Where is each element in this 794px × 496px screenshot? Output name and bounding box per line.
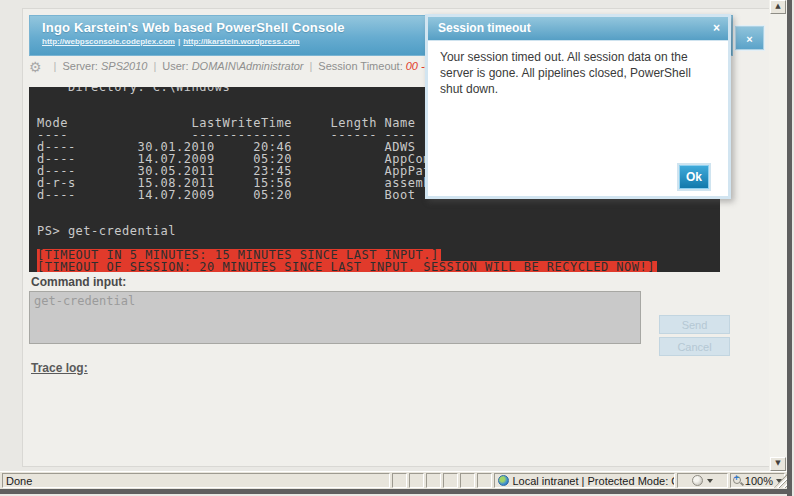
window-frame-bottom	[0, 489, 787, 494]
server-label: Server:	[62, 60, 97, 72]
session-timeout-label: Session Timeout:	[318, 60, 402, 72]
send-button[interactable]: Send	[659, 315, 730, 334]
status-done-text: Done	[6, 475, 32, 487]
vertical-scrollbar[interactable]: ▲ ▼	[769, 0, 787, 471]
statusbar-empty-pane	[460, 473, 475, 488]
status-zone-text: Local intranet | Protected Mode: Off	[513, 475, 675, 487]
window-frame-right	[787, 0, 792, 496]
ok-button[interactable]: Ok	[679, 165, 709, 189]
server-value: SPS2010	[101, 60, 147, 72]
wordpress-link[interactable]: http://ikarstein.wordpress.com	[183, 37, 299, 46]
statusbar-empty-panes	[392, 473, 492, 488]
dialog-message: Your session timed out. All session data…	[428, 41, 728, 97]
gear-icon[interactable]: ⚙	[29, 59, 42, 75]
security-report-icon	[692, 475, 703, 486]
console-line: PS> get-credential	[37, 225, 720, 237]
scroll-down-icon[interactable]: ▼	[770, 457, 786, 471]
link-separator: |	[178, 37, 180, 46]
statusbar-empty-pane	[392, 473, 407, 488]
trace-log-link[interactable]: Trace log:	[31, 361, 88, 375]
statusbar-empty-pane	[426, 473, 441, 488]
codeplex-link[interactable]: http://webpsconsole.codeplex.com	[42, 37, 175, 46]
console-alert-line: [TIMEOUT OF SESSION: 20 MINUTES SINCE LA…	[37, 261, 657, 272]
chevron-down-icon	[707, 479, 713, 483]
user-value: DOMAIN\Administrator	[192, 60, 304, 72]
dialog-title: Session timeout	[428, 17, 728, 35]
user-label: User:	[162, 60, 188, 72]
globe-icon	[498, 475, 509, 486]
security-report-pane[interactable]	[677, 473, 728, 488]
status-zone-pane: Local intranet | Protected Mode: Off	[494, 473, 675, 488]
scroll-up-icon[interactable]: ▲	[770, 0, 786, 14]
cancel-button[interactable]: Cancel	[659, 337, 730, 356]
statusbar-empty-pane	[409, 473, 424, 488]
toolbar-separator: |	[310, 60, 313, 72]
status-bar: Done Local intranet | Protected Mode: Of…	[0, 471, 787, 489]
toolbar-separator: |	[153, 60, 156, 72]
status-done-pane: Done	[2, 473, 390, 488]
statusbar-empty-pane	[443, 473, 458, 488]
session-timeout-dialog: Session timeout × Your session timed out…	[425, 14, 731, 199]
dialog-titlebar: Session timeout ×	[428, 17, 728, 41]
console-line	[37, 201, 720, 213]
page-close-button[interactable]: ×	[735, 26, 764, 50]
zoom-magnifier-icon	[733, 476, 742, 485]
browser-viewport: Ingo Karstein's Web based PowerShell Con…	[0, 0, 794, 496]
command-input-label: Command input:	[31, 275, 126, 289]
close-icon: ×	[746, 33, 752, 45]
statusbar-empty-pane	[477, 473, 492, 488]
toolbar-separator: |	[54, 60, 57, 72]
dialog-close-icon[interactable]: ×	[713, 20, 720, 36]
zoom-level-text: 100%	[745, 475, 773, 487]
command-input[interactable]: get-credential	[29, 291, 641, 344]
